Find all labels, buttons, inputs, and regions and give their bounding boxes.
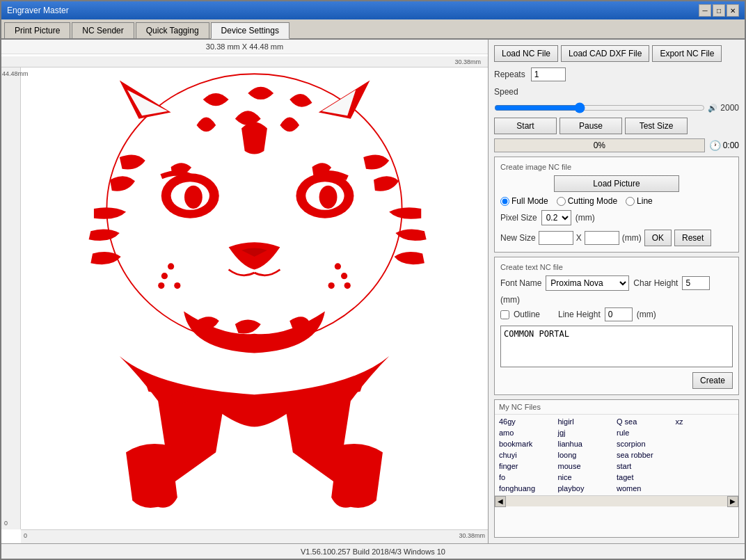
line-height-label: Line Height bbox=[558, 310, 601, 319]
ok-button[interactable]: OK bbox=[644, 230, 672, 246]
nc-files-grid: 46gy higirl Q sea xz amo jgj rule bookma… bbox=[495, 415, 738, 495]
progress-text: 0% bbox=[594, 141, 605, 150]
outline-label: Outline bbox=[514, 310, 540, 319]
tab-print-picture[interactable]: Print Picture bbox=[4, 22, 70, 38]
load-cad-dxf-button[interactable]: Load CAD DXF File bbox=[561, 45, 649, 62]
scroll-right-button[interactable]: ▶ bbox=[727, 496, 738, 507]
pixel-size-label: Pixel Size bbox=[500, 213, 537, 223]
tiger-image-container bbox=[21, 67, 488, 529]
text-nc-title: Create text NC file bbox=[500, 263, 733, 271]
ruler-left-zero: 0 bbox=[4, 520, 8, 527]
load-nc-file-button[interactable]: Load NC File bbox=[494, 45, 558, 62]
list-item[interactable]: start bbox=[617, 461, 676, 472]
maximize-button[interactable]: □ bbox=[713, 4, 725, 17]
list-item[interactable]: fo bbox=[499, 472, 558, 483]
font-name-label: Font Name bbox=[500, 278, 541, 288]
list-item[interactable]: Q sea bbox=[617, 416, 676, 427]
line-mode-radio[interactable]: Line bbox=[626, 196, 653, 206]
list-item[interactable] bbox=[676, 438, 735, 449]
list-item[interactable]: bookmark bbox=[499, 438, 558, 449]
list-item[interactable]: playboy bbox=[558, 483, 617, 494]
list-item[interactable] bbox=[676, 461, 735, 472]
ruler-top: 30.38mm bbox=[1, 56, 488, 67]
reset-button[interactable]: Reset bbox=[674, 230, 711, 246]
list-item[interactable]: lianhua bbox=[558, 438, 617, 449]
list-item[interactable] bbox=[676, 449, 735, 461]
cutting-mode-label: Cutting Mode bbox=[568, 196, 617, 206]
pixel-size-unit: (mm) bbox=[576, 213, 595, 223]
minimize-button[interactable]: ─ bbox=[699, 4, 711, 17]
list-item[interactable]: taget bbox=[617, 472, 676, 483]
image-nc-title: Create image NC file bbox=[500, 163, 733, 171]
speed-slider[interactable] bbox=[494, 102, 705, 113]
tab-nc-sender[interactable]: NC Sender bbox=[72, 22, 134, 38]
scroll-left-button[interactable]: ◀ bbox=[495, 496, 506, 507]
font-select[interactable]: Proxima Nova Arial Times New Roman bbox=[546, 275, 629, 291]
list-item[interactable] bbox=[676, 472, 735, 483]
clock-icon: 🕐 bbox=[709, 140, 721, 151]
list-item[interactable]: amo bbox=[499, 427, 558, 438]
svg-point-10 bbox=[174, 282, 180, 289]
new-size-width-input[interactable] bbox=[539, 231, 573, 245]
test-size-button[interactable]: Test Size bbox=[625, 118, 688, 134]
main-window: Engraver Master ─ □ ✕ Print Picture NC S… bbox=[0, 0, 746, 560]
list-item[interactable]: rule bbox=[617, 427, 676, 438]
list-item[interactable]: mouse bbox=[558, 461, 617, 472]
load-picture-button[interactable]: Load Picture bbox=[554, 175, 679, 192]
close-button[interactable]: ✕ bbox=[727, 4, 739, 17]
create-button[interactable]: Create bbox=[692, 372, 733, 389]
outline-checkbox[interactable] bbox=[500, 310, 509, 319]
ruler-left: 44.48mm 0 bbox=[1, 67, 21, 529]
list-item[interactable]: loong bbox=[558, 449, 617, 461]
repeats-row: Repeats bbox=[494, 67, 739, 81]
tab-quick-tagging[interactable]: Quick Tagging bbox=[136, 22, 209, 38]
char-height-unit: (mm) bbox=[500, 295, 520, 305]
pixel-size-row: Pixel Size 0.2 0.1 0.3 (mm) bbox=[500, 210, 733, 225]
full-mode-radio[interactable]: Full Mode bbox=[500, 196, 548, 206]
create-btn-row: Create bbox=[500, 372, 733, 389]
nc-scrollbar: ◀ ▶ bbox=[495, 495, 738, 506]
full-mode-label: Full Mode bbox=[511, 196, 548, 206]
list-item[interactable] bbox=[676, 427, 735, 438]
speed-slider-container: 🔊 2000 bbox=[494, 102, 739, 113]
tab-bar: Print Picture NC Sender Quick Tagging De… bbox=[1, 19, 745, 40]
create-image-nc-section: Create image NC file Load Picture Full M… bbox=[494, 157, 739, 253]
nc-file-buttons: Load NC File Load CAD DXF File Export NC… bbox=[494, 45, 739, 62]
list-item[interactable]: sea robber bbox=[617, 449, 676, 461]
export-nc-file-button[interactable]: Export NC File bbox=[652, 45, 722, 62]
char-height-input[interactable] bbox=[682, 276, 710, 290]
speed-label: Speed bbox=[494, 87, 518, 97]
timer: 🕐 0:00 bbox=[709, 140, 739, 151]
line-height-input[interactable] bbox=[605, 307, 633, 321]
list-item[interactable]: 46gy bbox=[499, 416, 558, 427]
pixel-size-select[interactable]: 0.2 0.1 0.3 bbox=[541, 210, 571, 225]
list-item[interactable] bbox=[676, 483, 735, 494]
list-item[interactable]: fonghuang bbox=[499, 483, 558, 494]
ruler-top-label: 30.38mm bbox=[454, 58, 481, 65]
pause-button[interactable]: Pause bbox=[560, 118, 622, 134]
list-item[interactable]: scorpion bbox=[617, 438, 676, 449]
list-item[interactable]: xz bbox=[676, 416, 735, 427]
progress-row: 0% 🕐 0:00 bbox=[494, 138, 739, 152]
svg-point-13 bbox=[344, 282, 351, 289]
tab-device-settings[interactable]: Device Settings bbox=[211, 22, 289, 39]
list-item[interactable]: women bbox=[617, 483, 676, 494]
cutting-mode-radio[interactable]: Cutting Mode bbox=[557, 196, 617, 206]
list-item[interactable]: higirl bbox=[558, 416, 617, 427]
scroll-track[interactable] bbox=[506, 496, 727, 506]
repeats-input[interactable] bbox=[531, 67, 566, 81]
list-item[interactable]: nice bbox=[558, 472, 617, 483]
title-bar-buttons: ─ □ ✕ bbox=[699, 4, 739, 17]
svg-point-9 bbox=[158, 282, 164, 289]
text-content-input[interactable]: COMMON PORTAL bbox=[500, 326, 733, 367]
speed-row: Speed bbox=[494, 87, 739, 97]
start-button[interactable]: Start bbox=[494, 118, 557, 134]
ruler-bottom-zero: 0 bbox=[24, 532, 27, 539]
list-item[interactable]: jgj bbox=[558, 427, 617, 438]
outline-row: Outline Line Height (mm) bbox=[500, 307, 733, 321]
new-size-height-input[interactable] bbox=[585, 231, 619, 245]
list-item[interactable]: chuyi bbox=[499, 449, 558, 461]
nc-files-section: My NC Files 46gy higirl Q sea xz amo jgj… bbox=[494, 399, 739, 538]
progress-bar: 0% bbox=[494, 138, 705, 152]
list-item[interactable]: finger bbox=[499, 461, 558, 472]
